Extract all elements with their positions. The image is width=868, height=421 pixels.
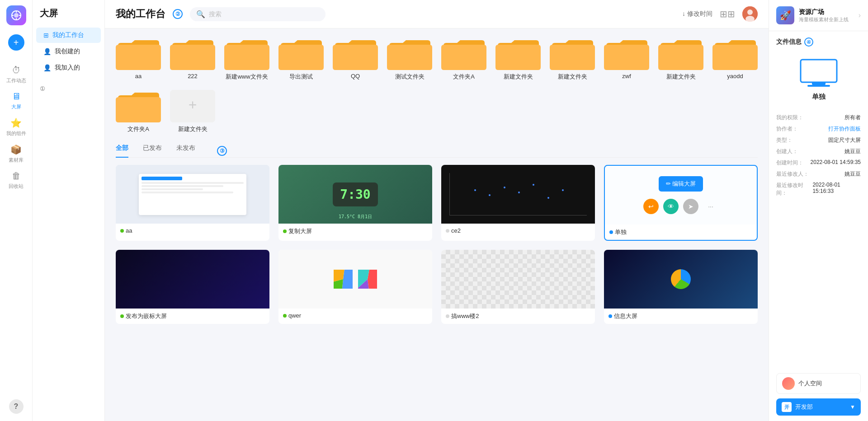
- meta-row-collaborator: 协作者： 打开协作面板: [769, 123, 868, 135]
- folder-name: zwf: [622, 73, 631, 80]
- personal-space-button[interactable]: 个人空间: [776, 373, 861, 394]
- components-icon: ⭐: [10, 117, 22, 128]
- card-label: 复制大屏: [278, 224, 432, 239]
- resource-banner[interactable]: 🚀 资源广场 海量模板素材全新上线 ›: [769, 0, 868, 31]
- card-thumb: ✏ 编辑大屏 ↩ 👁 ➤ ···: [605, 166, 757, 225]
- card-item-www2[interactable]: 搞www楼2: [441, 250, 595, 324]
- status-dot: [283, 229, 287, 233]
- folder-icon: [116, 90, 161, 122]
- dept-arrow-icon: ▼: [850, 404, 855, 410]
- folder-name: 新建文件夹: [178, 125, 208, 133]
- view-icon[interactable]: 👁: [663, 199, 679, 214]
- folder-icon: [116, 37, 161, 70]
- file-selected-name: 单独: [812, 93, 826, 101]
- svg-text:+: +: [189, 97, 197, 113]
- panel-circle-num: ④: [804, 37, 813, 47]
- sidebar-item-materials[interactable]: 📦 素材库: [0, 140, 32, 167]
- main-content: 我的工作台 ② 🔍 ↓ 修改时间 ⊞⊞: [105, 0, 769, 421]
- card-thumb: [441, 250, 595, 309]
- nav-bottom: ?: [9, 399, 24, 421]
- search-bar: 🔍: [190, 7, 326, 21]
- tab-unpublished[interactable]: 未发布: [176, 144, 195, 158]
- sidebar-item-trash[interactable]: 🗑 回收站: [0, 167, 32, 193]
- sidebar-item-components[interactable]: ⭐ 我的组件: [0, 114, 32, 140]
- dapin-icon: 🖥: [12, 91, 21, 102]
- status-dot: [120, 314, 124, 318]
- folder-item[interactable]: zwf: [604, 37, 649, 81]
- tab-published[interactable]: 已发布: [143, 144, 162, 158]
- folder-name: 文件夹A: [453, 73, 475, 81]
- card-label: aa: [116, 224, 269, 238]
- sidebar-item-my-created[interactable]: 👤 我创建的: [36, 44, 101, 59]
- folder-item[interactable]: 新建文件夹: [550, 37, 595, 81]
- dept-prefix: 开: [782, 402, 792, 412]
- add-folder-button[interactable]: + 新建文件夹: [170, 90, 215, 133]
- folder-icon: [495, 37, 541, 70]
- help-button[interactable]: ?: [9, 399, 24, 414]
- status-dot: [446, 314, 449, 318]
- folder-name: 测试文件夹: [395, 73, 425, 81]
- sidebar-item-my-joined[interactable]: 👤 我加入的: [36, 60, 101, 75]
- folder-name: 222: [188, 73, 198, 80]
- folder-item[interactable]: 文件夹A: [441, 37, 486, 81]
- folder-grid: aa 222 新建www文件夹 导出测试: [116, 37, 758, 133]
- folder-name: 新建文件夹: [666, 73, 696, 81]
- sidebar-item-dapin[interactable]: 🖥 大屏: [0, 88, 32, 114]
- more-icon[interactable]: ···: [703, 199, 718, 214]
- card-item-ce2[interactable]: ce2: [441, 165, 595, 241]
- folder-item[interactable]: 文件夹A: [116, 90, 161, 133]
- collaborator-link[interactable]: 打开协作面板: [828, 125, 861, 133]
- folder-item[interactable]: 导出测试: [278, 37, 324, 81]
- card-item-qwer[interactable]: qwer: [278, 250, 432, 324]
- sidebar-item-my-workbench[interactable]: ⊞ 我的工作台: [36, 28, 101, 43]
- tabs-circle-num: ③: [217, 146, 227, 156]
- card-item-publish[interactable]: 发布为嵌标大屏: [116, 250, 269, 324]
- sidebar-title: 大屏: [33, 7, 104, 27]
- card-item-single[interactable]: ✏ 编辑大屏 ↩ 👁 ➤ ··· 单独: [604, 165, 758, 241]
- status-dot: [120, 229, 124, 233]
- folder-item[interactable]: QQ: [333, 37, 378, 81]
- pie-chart-icon: [334, 270, 353, 289]
- avatar[interactable]: [742, 6, 758, 22]
- card-item-aa[interactable]: aa: [116, 165, 269, 241]
- edit-dapin-button[interactable]: ✏ 编辑大屏: [659, 176, 703, 192]
- meta-row-type: 类型： 固定尺寸大屏: [769, 135, 868, 146]
- pie-chart-icon-2: [358, 270, 377, 289]
- sort-button[interactable]: ↓ 修改时间: [682, 10, 712, 18]
- card-item-copy[interactable]: 7:30 17.5°C 8月1日 复制大屏: [278, 165, 432, 241]
- sidebar-item-worklog[interactable]: ⏱ 工作动态: [0, 61, 32, 88]
- share-icon[interactable]: ↩: [643, 199, 659, 214]
- main-scroll: aa 222 新建www文件夹 导出测试: [105, 28, 769, 421]
- sidebar-circle-num: ①: [33, 76, 104, 92]
- folder-item[interactable]: 测试文件夹: [387, 37, 432, 81]
- dept-button[interactable]: 开 开发部 ▼: [776, 398, 861, 416]
- send-icon[interactable]: ➤: [683, 199, 698, 214]
- folder-name: 新建文件夹: [558, 73, 587, 81]
- folder-item[interactable]: 222: [170, 37, 215, 81]
- file-preview: 单独: [769, 50, 868, 112]
- svg-point-7: [747, 9, 753, 15]
- svg-point-1: [14, 13, 19, 18]
- tabs-area: 全部 已发布 未发布 ③: [116, 144, 758, 165]
- folder-name: 新建www文件夹: [226, 73, 268, 81]
- folder-item[interactable]: 新建文件夹: [658, 37, 703, 81]
- folder-item[interactable]: yaodd: [712, 37, 758, 81]
- tabs-row: 全部 已发布 未发布 ③: [116, 144, 758, 158]
- search-input[interactable]: [209, 10, 319, 18]
- grid-view-button[interactable]: ⊞⊞: [720, 9, 735, 19]
- folder-name: yaodd: [727, 73, 743, 80]
- card-thumb: [116, 165, 269, 224]
- right-panel: 🚀 资源广场 海量模板素材全新上线 › 文件信息 ④ 单独 我的权限： 所有者 …: [769, 0, 868, 421]
- action-icons: ↩ 👁 ➤ ···: [643, 199, 718, 214]
- tab-all[interactable]: 全部: [116, 144, 128, 158]
- logo[interactable]: [6, 5, 26, 25]
- folder-item[interactable]: aa: [116, 37, 161, 81]
- main-header: 我的工作台 ② 🔍 ↓ 修改时间 ⊞⊞: [105, 0, 769, 28]
- folder-item[interactable]: 新建文件夹: [495, 37, 541, 81]
- search-icon: 🔍: [196, 10, 205, 19]
- card-item-info[interactable]: 信息大屏: [604, 250, 758, 324]
- add-button[interactable]: +: [8, 34, 24, 51]
- card-label: 信息大屏: [604, 309, 758, 324]
- svg-rect-17: [801, 60, 837, 82]
- folder-item[interactable]: 新建www文件夹: [224, 37, 269, 81]
